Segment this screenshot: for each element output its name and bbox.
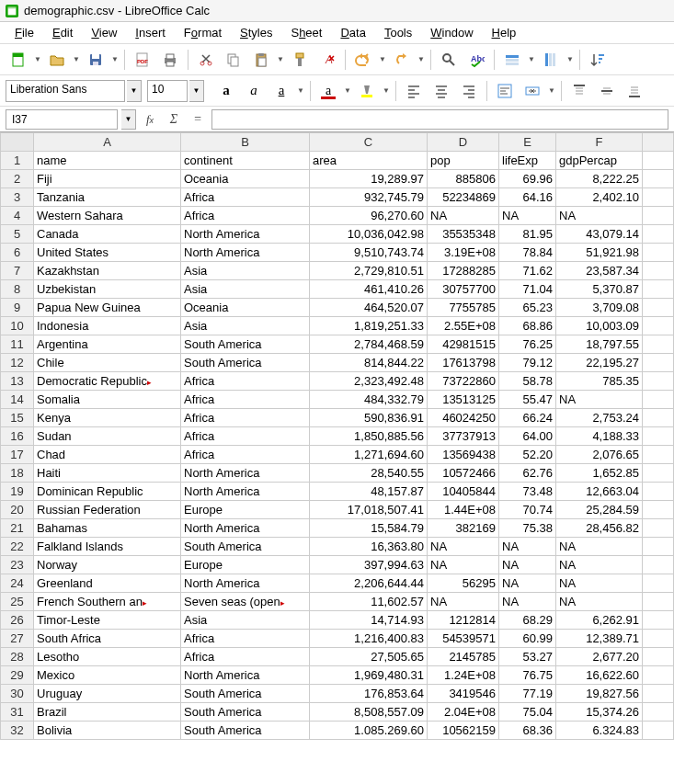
- cell[interactable]: 78.84: [499, 244, 556, 262]
- cell[interactable]: North America: [181, 464, 310, 483]
- cell[interactable]: 590,836.91: [310, 409, 428, 427]
- cell[interactable]: Indonesia: [34, 317, 181, 335]
- row-header[interactable]: 3: [1, 188, 34, 207]
- menu-window[interactable]: Window: [423, 24, 480, 41]
- cell[interactable]: 1212814: [428, 611, 499, 630]
- cell[interactable]: 12,663.04: [556, 483, 643, 501]
- row-header[interactable]: 25: [1, 593, 34, 611]
- cell[interactable]: 13513125: [428, 391, 499, 409]
- cell[interactable]: 1,216,400.83: [310, 630, 428, 648]
- cell[interactable]: 16,622.60: [556, 666, 643, 685]
- cell[interactable]: Dominican Republic: [34, 483, 181, 501]
- cell[interactable]: Europe: [181, 501, 310, 519]
- italic-button[interactable]: a: [241, 78, 267, 104]
- open-button[interactable]: [44, 47, 70, 73]
- cell[interactable]: Africa: [181, 188, 310, 207]
- cell[interactable]: South America: [181, 722, 310, 740]
- cell[interactable]: 37737913: [428, 427, 499, 446]
- cell[interactable]: NA: [556, 593, 643, 611]
- cell[interactable]: [643, 593, 674, 611]
- cell[interactable]: 25,284.59: [556, 501, 643, 519]
- cell[interactable]: 785.35: [556, 372, 643, 391]
- cell[interactable]: [643, 519, 674, 538]
- cell[interactable]: North America: [181, 225, 310, 244]
- cell[interactable]: pop: [428, 152, 499, 170]
- cell[interactable]: 71.04: [499, 280, 556, 299]
- cell[interactable]: 68.36: [499, 722, 556, 740]
- cell[interactable]: [643, 427, 674, 446]
- cell[interactable]: [643, 666, 674, 685]
- column-button[interactable]: [538, 47, 564, 73]
- underline-button[interactable]: a: [268, 78, 294, 104]
- row-header[interactable]: 27: [1, 630, 34, 648]
- cell[interactable]: 1.085.269.60: [310, 722, 428, 740]
- cell[interactable]: 2,784,468.59: [310, 335, 428, 354]
- cell[interactable]: 28,456.82: [556, 519, 643, 538]
- row-button[interactable]: [499, 47, 525, 73]
- cell[interactable]: [643, 372, 674, 391]
- cell[interactable]: [643, 611, 674, 630]
- cell[interactable]: 53.27: [499, 648, 556, 666]
- column-header-C[interactable]: C: [310, 133, 428, 152]
- cell[interactable]: [643, 648, 674, 666]
- save-button[interactable]: [83, 47, 109, 73]
- align-right-button[interactable]: [456, 78, 482, 104]
- cell[interactable]: 10562159: [428, 722, 499, 740]
- cell[interactable]: Lesotho: [34, 648, 181, 666]
- name-box-dropdown[interactable]: ▼: [121, 109, 136, 130]
- cell[interactable]: 56295: [428, 574, 499, 593]
- row-header[interactable]: 12: [1, 354, 34, 372]
- cell[interactable]: North America: [181, 483, 310, 501]
- cell[interactable]: NA: [428, 556, 499, 574]
- sum-button[interactable]: Σ: [164, 109, 184, 130]
- cell[interactable]: [643, 188, 674, 207]
- row-header[interactable]: 28: [1, 648, 34, 666]
- row-header[interactable]: 7: [1, 262, 34, 280]
- find-button[interactable]: [436, 47, 462, 73]
- cell[interactable]: Russian Federation: [34, 501, 181, 519]
- cell[interactable]: Argentina: [34, 335, 181, 354]
- cell[interactable]: 22,195.27: [556, 354, 643, 372]
- row-header[interactable]: 6: [1, 244, 34, 262]
- cell[interactable]: 75.38: [499, 519, 556, 538]
- row-header[interactable]: 21: [1, 519, 34, 538]
- cell[interactable]: 68.86: [499, 317, 556, 335]
- cell[interactable]: United States: [34, 244, 181, 262]
- cell[interactable]: South America: [181, 354, 310, 372]
- cell[interactable]: 1,652.85: [556, 464, 643, 483]
- cell[interactable]: [643, 446, 674, 464]
- cell[interactable]: NA: [499, 574, 556, 593]
- menu-format[interactable]: Format: [177, 24, 229, 41]
- cell[interactable]: [643, 225, 674, 244]
- cell[interactable]: 76.25: [499, 335, 556, 354]
- cell[interactable]: gdpPercap: [556, 152, 643, 170]
- cell[interactable]: 10,036,042.98: [310, 225, 428, 244]
- cell[interactable]: Tanzania: [34, 188, 181, 207]
- row-header[interactable]: 23: [1, 556, 34, 574]
- cell[interactable]: Africa: [181, 630, 310, 648]
- cell[interactable]: 2,753.24: [556, 409, 643, 427]
- new-button[interactable]: [6, 47, 31, 73]
- cell[interactable]: 19,289.97: [310, 170, 428, 188]
- cell[interactable]: [643, 630, 674, 648]
- font-color-button[interactable]: a: [315, 78, 341, 104]
- merge-cells-button[interactable]: [520, 78, 545, 104]
- spellcheck-button[interactable]: Abc: [463, 47, 489, 73]
- cell[interactable]: 8,508,557.09: [310, 703, 428, 722]
- align-left-button[interactable]: [401, 78, 427, 104]
- cell[interactable]: Kenya: [34, 409, 181, 427]
- menu-insert[interactable]: Insert: [128, 24, 173, 41]
- menu-styles[interactable]: Styles: [233, 24, 280, 41]
- cell[interactable]: South America: [181, 538, 310, 556]
- cell[interactable]: 2.55E+08: [428, 317, 499, 335]
- row-header[interactable]: 19: [1, 483, 34, 501]
- cell[interactable]: NA: [499, 538, 556, 556]
- row-header[interactable]: 9: [1, 299, 34, 317]
- align-bottom-button[interactable]: [622, 78, 647, 104]
- cell[interactable]: Africa: [181, 207, 310, 225]
- cell[interactable]: Asia: [181, 317, 310, 335]
- font-size-input[interactable]: 10: [147, 80, 188, 102]
- cell[interactable]: Western Sahara: [34, 207, 181, 225]
- cell[interactable]: 52.20: [499, 446, 556, 464]
- cell[interactable]: Africa: [181, 427, 310, 446]
